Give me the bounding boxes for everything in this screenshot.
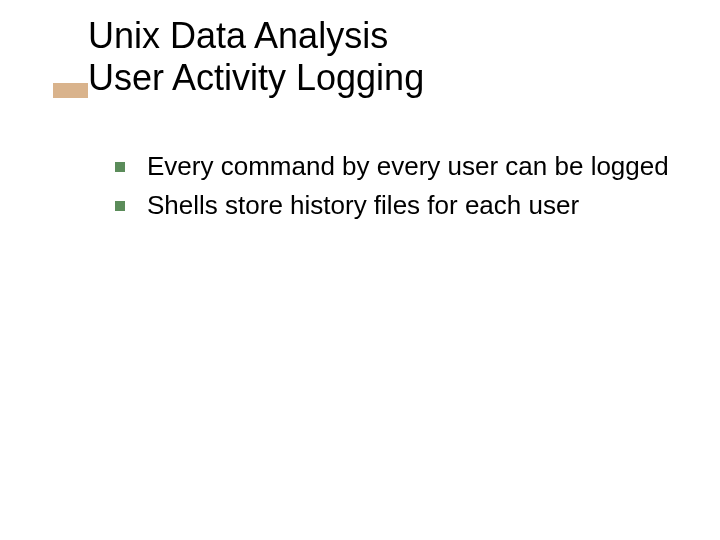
slide-title: Unix Data Analysis User Activity Logging	[88, 15, 678, 100]
title-accent-bar	[53, 83, 88, 98]
square-bullet-icon	[115, 201, 125, 211]
slide: Unix Data Analysis User Activity Logging…	[0, 0, 720, 540]
title-line-2: User Activity Logging	[88, 57, 678, 99]
title-line-1: Unix Data Analysis	[88, 15, 678, 57]
slide-body: Every command by every user can be logge…	[115, 150, 675, 229]
square-bullet-icon	[115, 162, 125, 172]
bullet-text: Every command by every user can be logge…	[147, 150, 669, 183]
list-item: Every command by every user can be logge…	[115, 150, 675, 183]
list-item: Shells store history files for each user	[115, 189, 675, 222]
bullet-text: Shells store history files for each user	[147, 189, 579, 222]
